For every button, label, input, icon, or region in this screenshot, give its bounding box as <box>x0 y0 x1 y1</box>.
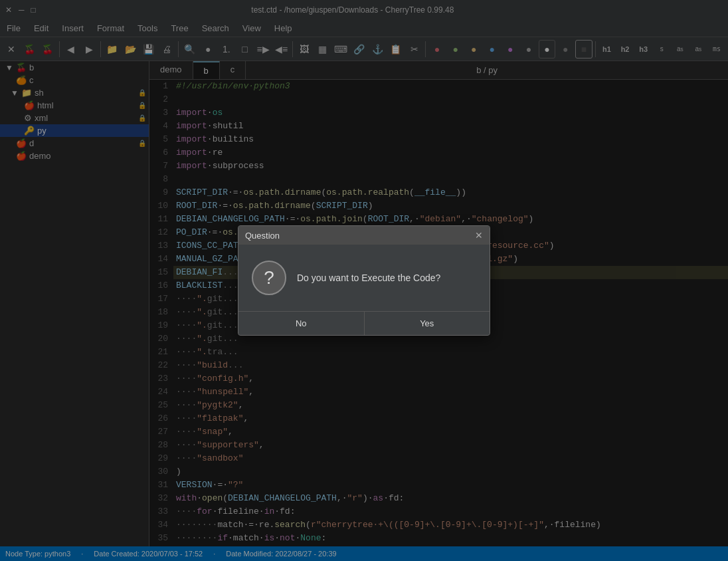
dialog-body: ? Do you want to Execute the Code? <box>238 245 490 311</box>
dialog-yes-button[interactable]: Yes <box>365 312 490 335</box>
dialog-message: Do you want to Execute the Code? <box>297 273 440 283</box>
dialog-no-button[interactable]: No <box>238 312 365 335</box>
dialog-title: Question <box>245 231 280 241</box>
question-icon: ? <box>252 261 286 295</box>
question-dialog: Question ✕ ? Do you want to Execute the … <box>238 225 490 336</box>
dialog-overlay: Question ✕ ? Do you want to Execute the … <box>0 0 728 561</box>
dialog-close-button[interactable]: ✕ <box>475 230 483 241</box>
dialog-titlebar: Question ✕ <box>238 226 490 245</box>
dialog-buttons: No Yes <box>238 311 490 335</box>
